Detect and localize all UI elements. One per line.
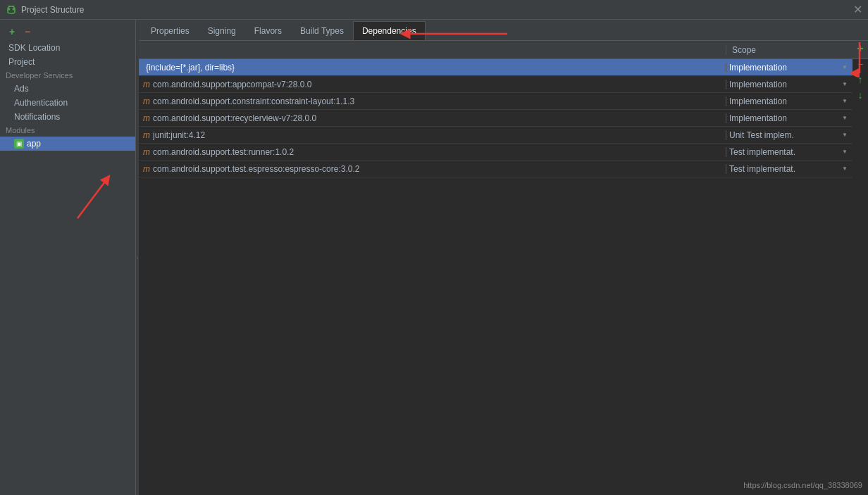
remove-module-button[interactable]: − (21, 25, 34, 38)
dep-4-scope-cell: Unit Test implem. ▼ (726, 130, 852, 140)
dep-2-name: com.android.support.constraint:constrain… (153, 96, 354, 106)
tab-dependencies[interactable]: Dependencies (353, 21, 426, 40)
tab-build-types[interactable]: Build Types (291, 21, 353, 40)
tab-flavors[interactable]: Flavors (245, 21, 291, 40)
dep-row-0[interactable]: {include=[*.jar], dir=libs} Implementati… (139, 59, 852, 76)
deps-header-scope: Scope (726, 45, 852, 55)
dep-6-scope: Test implementat. (729, 164, 838, 174)
dep-row-0-left: {include=[*.jar], dir=libs} (139, 63, 726, 73)
dep-row-2-left: m com.android.support.constraint:constra… (139, 96, 726, 106)
dep-4-name: junit:junit:4.12 (153, 130, 205, 140)
sidebar-item-sdk-location[interactable]: SDK Location (0, 41, 135, 55)
dep-row-4[interactable]: m junit:junit:4.12 Unit Test implem. ▼ (139, 127, 852, 144)
sidebar-toolbar: + − (0, 23, 135, 41)
dep-row-1[interactable]: m com.android.support:appcompat-v7:28.0.… (139, 76, 852, 93)
sidebar-section-modules: Modules (0, 124, 135, 137)
main-layout: + − SDK Location Project Developer Servi… (0, 20, 868, 495)
dep-row-5-left: m com.android.support.test:runner:1.0.2 (139, 147, 726, 157)
sidebar-section-developer-services: Developer Services (0, 69, 135, 82)
svg-point-1 (13, 8, 15, 10)
dep-4-scope: Unit Test implem. (729, 130, 838, 140)
dep-row-6[interactable]: m com.android.support.test.espresso:espr… (139, 161, 852, 177)
tabs-bar: Properties Signing Flavors Build Types D… (139, 20, 868, 41)
dep-5-dropdown[interactable]: ▼ (840, 147, 850, 157)
app-icon (6, 4, 17, 15)
add-dependency-button[interactable]: + (852, 41, 868, 56)
title-bar: Project Structure ✕ (0, 0, 868, 20)
dependencies-list: {include=[*.jar], dir=libs} Implementati… (139, 59, 868, 495)
deps-header: Scope (139, 41, 868, 59)
dep-6-name: com.android.support.test.espresso:espres… (153, 164, 359, 174)
watermark: https://blog.csdn.net/qq_38338069 (743, 481, 862, 489)
svg-line-3 (13, 5, 15, 6)
move-up-button[interactable]: ↑ (852, 72, 868, 87)
dep-row-6-left: m com.android.support.test.espresso:espr… (139, 164, 726, 174)
dep-3-marker: m (143, 113, 150, 123)
dep-5-marker: m (143, 147, 150, 157)
dep-3-scope-cell: Implementation ▼ (726, 113, 852, 123)
dep-2-scope-cell: Implementation ▼ (726, 96, 852, 106)
dep-5-scope: Test implementat. (729, 147, 838, 157)
dep-row-2[interactable]: m com.android.support.constraint:constra… (139, 93, 852, 110)
sidebar-item-project[interactable]: Project (0, 55, 135, 69)
dep-1-scope: Implementation (729, 80, 838, 89)
sidebar: + − SDK Location Project Developer Servi… (0, 20, 136, 495)
dep-2-scope: Implementation (729, 96, 838, 106)
sidebar-item-notifications[interactable]: Notifications (0, 110, 135, 124)
sidebar-item-app[interactable]: ▣ app (0, 137, 135, 151)
dep-5-name: com.android.support.test:runner:1.0.2 (153, 147, 294, 157)
svg-point-0 (8, 8, 11, 10)
deps-toolbar: + − ↑ ↓ (852, 41, 868, 103)
dep-6-marker: m (143, 164, 150, 174)
dep-1-marker: m (143, 80, 150, 89)
close-button[interactable]: ✕ (853, 4, 862, 15)
module-app-label: app (27, 139, 41, 149)
add-module-button[interactable]: + (6, 25, 18, 38)
module-icon: ▣ (14, 139, 24, 149)
dep-0-dropdown[interactable]: ▼ (840, 63, 850, 73)
dep-row-3[interactable]: m com.android.support:recyclerview-v7:28… (139, 110, 852, 127)
dep-3-dropdown[interactable]: ▼ (840, 113, 850, 123)
content-area: Properties Signing Flavors Build Types D… (139, 20, 868, 495)
dep-3-name: com.android.support:recyclerview-v7:28.0… (153, 113, 316, 123)
dep-2-marker: m (143, 96, 150, 106)
dep-1-name: com.android.support:appcompat-v7:28.0.0 (153, 80, 311, 89)
sidebar-item-ads[interactable]: Ads (0, 82, 135, 96)
title-bar-text: Project Structure (21, 5, 84, 15)
dep-row-5[interactable]: m com.android.support.test:runner:1.0.2 … (139, 144, 852, 161)
dep-6-scope-cell: Test implementat. ▼ (726, 164, 852, 174)
tab-properties[interactable]: Properties (142, 21, 199, 40)
dep-4-marker: m (143, 130, 150, 140)
remove-dependency-button[interactable]: − (852, 56, 868, 72)
dep-row-4-left: m junit:junit:4.12 (139, 130, 726, 140)
dep-row-1-left: m com.android.support:appcompat-v7:28.0.… (139, 80, 726, 89)
svg-line-2 (8, 5, 10, 6)
dep-0-name: {include=[*.jar], dir=libs} (146, 63, 235, 73)
move-down-button[interactable]: ↓ (852, 87, 868, 103)
dep-0-scope: Implementation (729, 63, 838, 73)
dep-1-scope-cell: Implementation ▼ (726, 80, 852, 89)
dep-2-dropdown[interactable]: ▼ (840, 96, 850, 106)
dep-1-dropdown[interactable]: ▼ (840, 80, 850, 89)
tab-signing[interactable]: Signing (199, 21, 245, 40)
dep-row-3-left: m com.android.support:recyclerview-v7:28… (139, 113, 726, 123)
dep-0-scope-cell: Implementation ▼ (726, 63, 852, 73)
dep-4-dropdown[interactable]: ▼ (840, 130, 850, 140)
dep-5-scope-cell: Test implementat. ▼ (726, 147, 852, 157)
dependencies-container: Scope + − ↑ ↓ {include=[*.jar], dir=libs… (139, 41, 868, 495)
sidebar-item-authentication[interactable]: Authentication (0, 96, 135, 110)
dep-3-scope: Implementation (729, 113, 838, 123)
dep-6-dropdown[interactable]: ▼ (840, 164, 850, 174)
